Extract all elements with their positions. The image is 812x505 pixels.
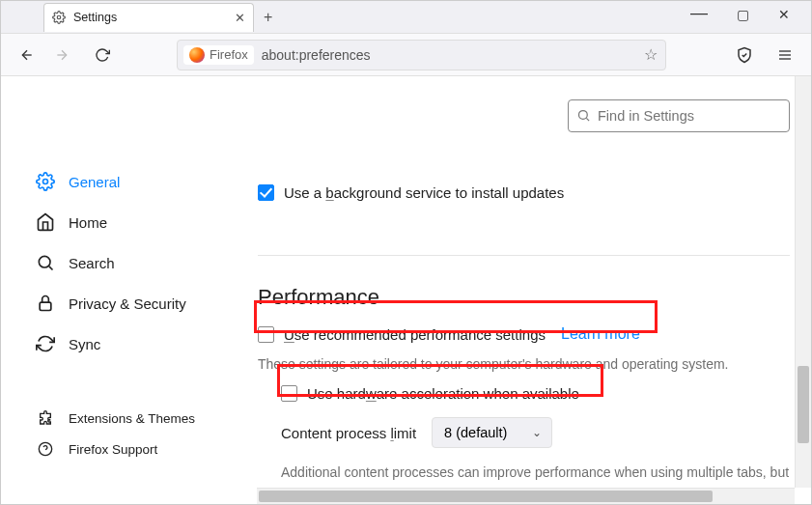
scrollbar-thumb[interactable] <box>798 366 809 443</box>
sidebar-label: Sync <box>69 336 100 352</box>
sidebar-label: Home <box>69 214 107 231</box>
hw-accel-row: Use hardware acceleration when available <box>281 385 790 402</box>
url-text: about:preferences <box>262 47 371 63</box>
sidebar-label: Extensions & Themes <box>69 411 195 426</box>
content-area: General Home Search Privacy & Security S… <box>1 76 811 504</box>
search-icon <box>36 253 55 272</box>
svg-line-11 <box>586 118 589 121</box>
shield-icon[interactable] <box>732 42 757 68</box>
identity-label: Firefox <box>210 47 248 62</box>
address-bar[interactable]: Firefox about:preferences ☆ <box>177 40 666 70</box>
settings-sidebar: General Home Search Privacy & Security S… <box>1 76 244 504</box>
learn-more-link[interactable]: Learn more <box>561 325 640 343</box>
maximize-button[interactable]: ▢ <box>737 7 749 27</box>
gear-icon <box>52 11 66 24</box>
sidebar-item-general[interactable]: General <box>36 161 244 202</box>
close-tab-icon[interactable]: ✕ <box>235 11 245 25</box>
hw-accel-label: Use hardware acceleration when available <box>307 385 579 402</box>
browser-toolbar: Firefox about:preferences ☆ <box>1 34 811 76</box>
content-limit-dropdown[interactable]: 8 (default) ⌄ <box>432 417 552 448</box>
new-tab-button[interactable]: + <box>264 9 272 26</box>
svg-point-10 <box>579 111 588 120</box>
svg-point-4 <box>43 180 48 184</box>
tailored-note: These settings are tailored to your comp… <box>258 356 790 372</box>
svg-line-6 <box>49 267 53 270</box>
svg-point-0 <box>57 15 61 19</box>
search-icon <box>576 108 591 126</box>
recommended-settings-checkbox[interactable] <box>258 326 274 343</box>
tab-title: Settings <box>73 11 117 24</box>
back-button[interactable] <box>14 42 40 68</box>
minimize-button[interactable]: — <box>690 3 708 23</box>
bookmark-star-icon[interactable]: ☆ <box>644 45 658 64</box>
sync-icon <box>36 334 55 353</box>
sidebar-label: General <box>69 174 120 190</box>
scrollbar-thumb[interactable] <box>259 491 713 502</box>
content-limit-label: Content process limit <box>281 425 416 441</box>
content-limit-row: Content process limit 8 (default) ⌄ <box>281 417 790 448</box>
help-icon <box>36 439 55 459</box>
sidebar-item-extensions[interactable]: Extensions & Themes <box>36 403 244 434</box>
svg-rect-7 <box>40 302 51 310</box>
sidebar-item-privacy[interactable]: Privacy & Security <box>36 283 244 323</box>
settings-main: Use a background service to install upda… <box>244 76 811 504</box>
sidebar-label: Firefox Support <box>69 442 157 457</box>
bg-service-checkbox[interactable] <box>258 184 274 201</box>
gear-icon <box>36 172 55 191</box>
home-icon <box>36 212 55 232</box>
sidebar-item-search[interactable]: Search <box>36 242 244 283</box>
chevron-down-icon: ⌄ <box>532 426 542 439</box>
find-in-settings-input[interactable] <box>568 99 790 132</box>
sidebar-item-sync[interactable]: Sync <box>36 323 244 364</box>
sidebar-label: Privacy & Security <box>69 295 186 312</box>
vertical-scrollbar[interactable] <box>795 76 811 488</box>
reload-button[interactable] <box>90 42 115 68</box>
bg-service-label: Use a background service to install upda… <box>284 184 564 201</box>
dropdown-value: 8 (default) <box>444 425 507 440</box>
sidebar-label: Search <box>69 255 115 271</box>
divider <box>258 255 790 256</box>
puzzle-icon <box>36 408 55 428</box>
browser-tab[interactable]: Settings ✕ <box>43 3 254 32</box>
window-controls: — ▢ ✕ <box>690 7 811 27</box>
window-titlebar: Settings ✕ + — ▢ ✕ <box>1 1 811 34</box>
menu-button[interactable] <box>772 42 798 68</box>
svg-point-5 <box>39 256 50 267</box>
recommended-settings-label: Use recommended performance settings <box>284 326 546 343</box>
sidebar-item-support[interactable]: Firefox Support <box>36 434 244 464</box>
hw-accel-checkbox[interactable] <box>281 385 297 402</box>
lock-icon <box>36 294 55 313</box>
recommended-settings-row: Use recommended performance settings Lea… <box>258 325 790 343</box>
firefox-icon <box>189 47 205 63</box>
horizontal-scrollbar[interactable] <box>257 488 795 504</box>
close-window-button[interactable]: ✕ <box>778 7 790 27</box>
sidebar-item-home[interactable]: Home <box>36 202 244 242</box>
bg-service-row: Use a background service to install upda… <box>258 184 790 201</box>
forward-button[interactable] <box>49 42 74 68</box>
identity-badge[interactable]: Firefox <box>183 45 254 65</box>
performance-heading: Performance <box>258 285 790 310</box>
